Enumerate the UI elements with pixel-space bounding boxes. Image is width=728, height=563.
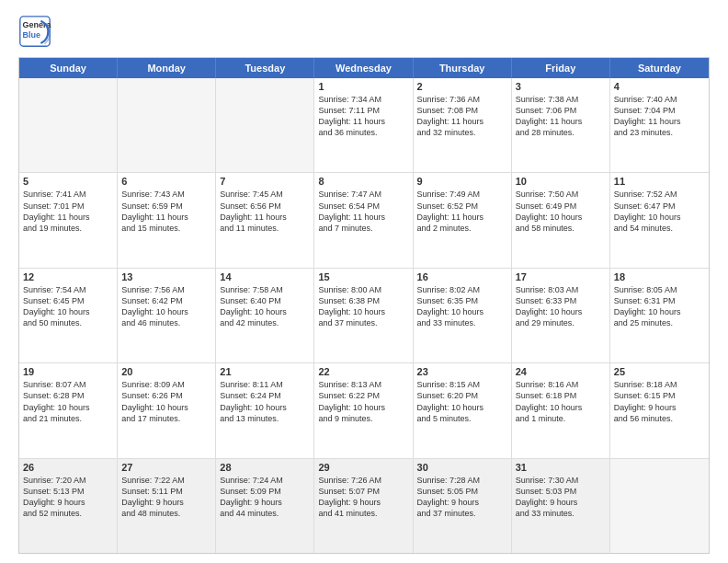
logo: General Blue bbox=[18, 15, 51, 48]
calendar-row: 5Sunrise: 7:41 AMSunset: 7:01 PMDaylight… bbox=[19, 172, 709, 267]
cell-line: Sunset: 7:01 PM bbox=[23, 201, 113, 212]
calendar-cell: 3Sunrise: 7:38 AMSunset: 7:06 PMDaylight… bbox=[512, 78, 610, 172]
cell-line: Daylight: 9 hours bbox=[417, 497, 507, 508]
calendar-cell: 14Sunrise: 7:58 AMSunset: 6:40 PMDayligh… bbox=[216, 269, 314, 362]
day-number: 25 bbox=[614, 366, 705, 377]
cell-line: Daylight: 10 hours bbox=[614, 306, 705, 317]
cell-line: Sunset: 5:07 PM bbox=[318, 486, 408, 497]
calendar-cell: 21Sunrise: 8:11 AMSunset: 6:24 PMDayligh… bbox=[216, 363, 314, 457]
cell-line: and 29 minutes. bbox=[516, 317, 606, 328]
cell-line: Sunrise: 8:09 AM bbox=[121, 379, 211, 390]
day-number: 15 bbox=[318, 271, 408, 282]
calendar-row: 26Sunrise: 7:20 AMSunset: 5:13 PMDayligh… bbox=[19, 458, 709, 553]
cell-line: Daylight: 10 hours bbox=[121, 306, 211, 317]
cell-line: Daylight: 11 hours bbox=[417, 212, 507, 223]
calendar-body: 1Sunrise: 7:34 AMSunset: 7:11 PMDaylight… bbox=[19, 78, 709, 553]
day-number: 12 bbox=[23, 271, 113, 282]
calendar-cell: 4Sunrise: 7:40 AMSunset: 7:04 PMDaylight… bbox=[610, 78, 709, 172]
cell-line: Sunrise: 8:02 AM bbox=[417, 284, 507, 295]
cell-line: Sunrise: 7:47 AM bbox=[318, 189, 408, 200]
cell-line: Sunrise: 8:15 AM bbox=[417, 379, 507, 390]
cell-line: Sunrise: 7:56 AM bbox=[121, 284, 211, 295]
cell-line: and 23 minutes. bbox=[614, 127, 705, 138]
cell-line: and 13 minutes. bbox=[220, 413, 310, 424]
day-number: 6 bbox=[121, 176, 211, 187]
day-number: 18 bbox=[614, 271, 705, 282]
cell-line: and 37 minutes. bbox=[318, 317, 408, 328]
calendar-row: 19Sunrise: 8:07 AMSunset: 6:28 PMDayligh… bbox=[19, 362, 709, 457]
calendar-cell: 27Sunrise: 7:22 AMSunset: 5:11 PMDayligh… bbox=[118, 459, 216, 553]
cell-line: and 54 minutes. bbox=[614, 223, 705, 234]
day-number: 19 bbox=[23, 366, 113, 377]
cell-line: Sunrise: 7:36 AM bbox=[417, 94, 507, 105]
cell-line: Sunrise: 8:13 AM bbox=[318, 379, 408, 390]
cell-line: Daylight: 10 hours bbox=[614, 212, 705, 223]
cell-line: Sunset: 6:56 PM bbox=[220, 201, 310, 212]
cell-line: Daylight: 10 hours bbox=[220, 306, 310, 317]
cell-line: Daylight: 10 hours bbox=[318, 306, 408, 317]
day-number: 2 bbox=[417, 81, 507, 92]
cell-line: and 17 minutes. bbox=[121, 413, 211, 424]
cell-line: Daylight: 9 hours bbox=[614, 402, 705, 413]
cell-line: Sunset: 6:20 PM bbox=[417, 390, 507, 401]
day-number: 22 bbox=[318, 366, 408, 377]
cell-line: Daylight: 10 hours bbox=[121, 402, 211, 413]
cell-line: Sunrise: 7:28 AM bbox=[417, 475, 507, 486]
calendar-cell bbox=[610, 459, 709, 553]
cell-line: and 1 minute. bbox=[516, 413, 606, 424]
cell-line: Sunset: 6:33 PM bbox=[516, 295, 606, 306]
cell-line: Sunset: 6:26 PM bbox=[121, 390, 211, 401]
cell-line: Sunrise: 7:30 AM bbox=[516, 475, 606, 486]
cell-line: and 56 minutes. bbox=[614, 413, 705, 424]
cell-line: Sunset: 6:42 PM bbox=[121, 295, 211, 306]
cell-line: Sunset: 6:15 PM bbox=[614, 390, 705, 401]
cell-line: Sunset: 5:11 PM bbox=[121, 486, 211, 497]
cell-line: Sunrise: 8:18 AM bbox=[614, 379, 705, 390]
calendar-cell: 17Sunrise: 8:03 AMSunset: 6:33 PMDayligh… bbox=[512, 269, 610, 362]
day-number: 30 bbox=[417, 462, 507, 473]
cell-line: and 50 minutes. bbox=[23, 317, 113, 328]
cell-line: Sunset: 6:38 PM bbox=[318, 295, 408, 306]
cell-line: and 28 minutes. bbox=[516, 127, 606, 138]
cell-line: and 21 minutes. bbox=[23, 413, 113, 424]
calendar-cell bbox=[19, 78, 118, 172]
page: General Blue SundayMondayTuesdayWednesda… bbox=[0, 0, 728, 563]
cell-line: Daylight: 10 hours bbox=[516, 306, 606, 317]
cell-line: Sunset: 5:03 PM bbox=[516, 486, 606, 497]
cell-line: Sunset: 7:06 PM bbox=[516, 105, 606, 116]
day-number: 10 bbox=[516, 176, 606, 187]
day-number: 21 bbox=[220, 366, 310, 377]
calendar-cell: 7Sunrise: 7:45 AMSunset: 6:56 PMDaylight… bbox=[216, 173, 314, 267]
calendar-cell: 12Sunrise: 7:54 AMSunset: 6:45 PMDayligh… bbox=[19, 269, 118, 362]
cell-line: Daylight: 11 hours bbox=[121, 212, 211, 223]
cell-line: and 9 minutes. bbox=[318, 413, 408, 424]
cell-line: Daylight: 10 hours bbox=[417, 306, 507, 317]
calendar-cell: 15Sunrise: 8:00 AMSunset: 6:38 PMDayligh… bbox=[314, 269, 413, 362]
cell-line: Sunset: 6:31 PM bbox=[614, 295, 705, 306]
calendar-cell: 13Sunrise: 7:56 AMSunset: 6:42 PMDayligh… bbox=[118, 269, 216, 362]
cell-line: and 25 minutes. bbox=[614, 317, 705, 328]
cell-line: Sunset: 6:24 PM bbox=[220, 390, 310, 401]
cell-line: Sunrise: 7:50 AM bbox=[516, 189, 606, 200]
cell-line: and 41 minutes. bbox=[318, 508, 408, 519]
weekday-header: Tuesday bbox=[216, 58, 314, 78]
cell-line: and 36 minutes. bbox=[318, 127, 408, 138]
weekday-header: Thursday bbox=[414, 58, 512, 78]
day-number: 1 bbox=[318, 81, 408, 92]
cell-line: Sunset: 6:35 PM bbox=[417, 295, 507, 306]
cell-line: Sunrise: 7:54 AM bbox=[23, 284, 113, 295]
cell-line: Daylight: 10 hours bbox=[516, 402, 606, 413]
cell-line: and 19 minutes. bbox=[23, 223, 113, 234]
calendar-cell: 1Sunrise: 7:34 AMSunset: 7:11 PMDaylight… bbox=[314, 78, 413, 172]
calendar: SundayMondayTuesdayWednesdayThursdayFrid… bbox=[18, 57, 710, 554]
cell-line: and 46 minutes. bbox=[121, 317, 211, 328]
cell-line: Sunset: 6:49 PM bbox=[516, 201, 606, 212]
calendar-row: 12Sunrise: 7:54 AMSunset: 6:45 PMDayligh… bbox=[19, 268, 709, 362]
calendar-cell: 25Sunrise: 8:18 AMSunset: 6:15 PMDayligh… bbox=[610, 363, 709, 457]
day-number: 27 bbox=[121, 462, 211, 473]
cell-line: and 2 minutes. bbox=[417, 223, 507, 234]
cell-line: Sunrise: 8:07 AM bbox=[23, 379, 113, 390]
cell-line: Sunrise: 7:26 AM bbox=[318, 475, 408, 486]
cell-line: Daylight: 11 hours bbox=[220, 212, 310, 223]
calendar-cell: 5Sunrise: 7:41 AMSunset: 7:01 PMDaylight… bbox=[19, 173, 118, 267]
